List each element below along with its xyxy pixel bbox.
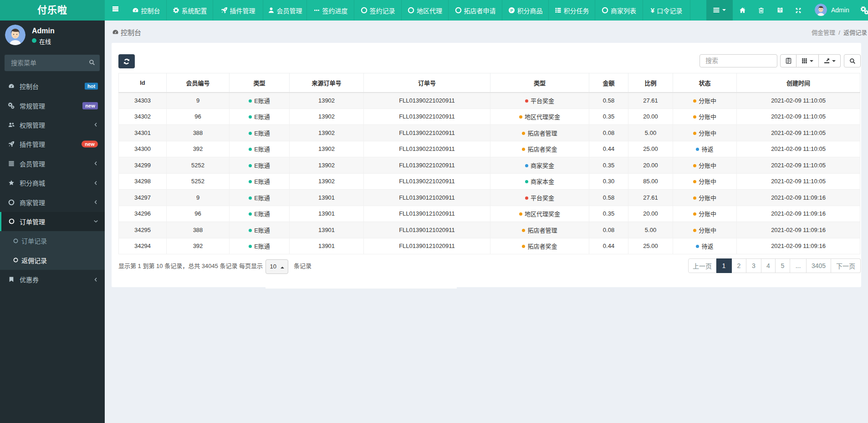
svg-text:P: P [510, 8, 513, 13]
